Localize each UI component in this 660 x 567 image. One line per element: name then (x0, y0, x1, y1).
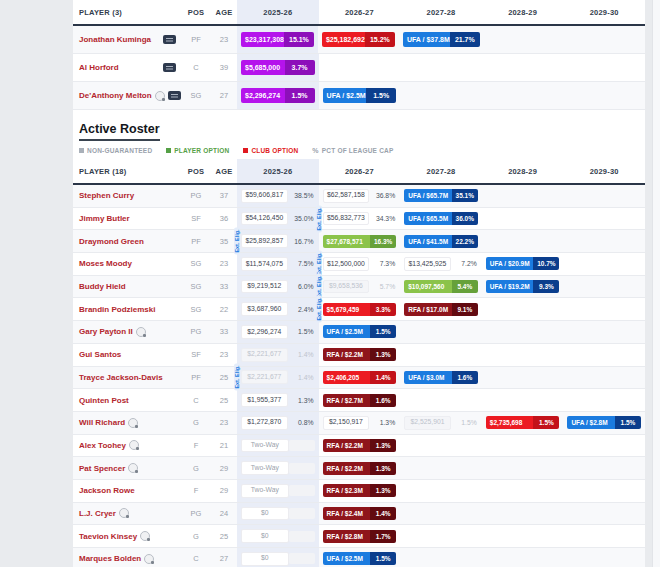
pos-value: PG (181, 509, 211, 518)
salary-cell (563, 185, 645, 207)
salary-cell (400, 82, 482, 109)
pos-value: SF (181, 350, 211, 359)
salary-cell (563, 54, 645, 81)
salary-value: $54,126,450 (241, 212, 288, 226)
player-link[interactable]: Jackson Rowe (79, 486, 135, 495)
table-row: Marques BoldenC27$0UFA / $2.5M1.5% (73, 548, 645, 567)
player-link[interactable]: Jonathan Kuminga (79, 35, 151, 44)
player-link[interactable]: Alex Toohey (79, 441, 126, 450)
player-link[interactable]: Moses Moody (79, 259, 132, 268)
pct-of-cap: 1.5% (288, 328, 315, 335)
player-link[interactable]: Al Horford (79, 63, 119, 72)
chip-pct: 3.3% (370, 303, 396, 316)
salary-cell: UFA / $2.5M1.5% (319, 82, 401, 109)
salary-cell: RFA / $2.3M1.3% (319, 480, 401, 502)
salary-value: $25,892,857 (241, 234, 288, 248)
salary-cell (400, 344, 482, 366)
page: PLAYER (3)POSAGE2025-262026-272027-28202… (0, 0, 660, 567)
salary-cell (484, 26, 565, 53)
pos-value: SG (181, 259, 211, 268)
chip-pct: 22.2% (452, 235, 478, 248)
age-value: 37 (211, 191, 237, 200)
player-link[interactable]: Brandin Podziemski (79, 305, 155, 314)
salary-cell: Ext. Elig.$9,658,5365.7% (319, 276, 401, 298)
chip-pct: 1.3% (370, 462, 396, 475)
ext-elig-tag: Ext. Elig. (316, 205, 322, 232)
rfa-chip: RFA / $17.0M9.1% (404, 303, 478, 316)
player-link[interactable]: Quinten Post (79, 396, 129, 405)
rfa-chip: RFA / $2.4M1.4% (323, 507, 397, 520)
salary-cell (563, 230, 645, 252)
chip-value: RFA / $2.4M (323, 507, 371, 520)
player-link[interactable]: De'Anthony Melton (79, 91, 152, 100)
pct-of-cap: 1.3% (369, 419, 396, 426)
chip-value: $27,678,571 (323, 235, 371, 248)
salary-value: $9,658,536 (323, 280, 370, 294)
player-cell: Brandin Podziemski (73, 298, 181, 320)
pct-of-cap: 0.8% (288, 419, 315, 426)
pct-of-cap: 16.7% (288, 238, 315, 245)
player-link[interactable]: Gui Santos (79, 350, 121, 359)
player-cell: L.J. Cryer (73, 503, 181, 525)
player-link[interactable]: Buddy Hield (79, 282, 126, 291)
player-cell: Buddy Hield (73, 276, 181, 298)
pos-value: SG (181, 305, 211, 314)
salary-cell: UFA / $2.5M1.5% (319, 321, 401, 343)
salary-value: $59,606,817 (241, 189, 288, 203)
salary-cell: Ext. Elig.$56,832,77334.3% (319, 208, 401, 230)
chip-value: $5,679,459 (323, 303, 371, 316)
chip-value: RFA / $2.8M (323, 530, 371, 543)
table-row: Buddy HieldSG33$9,219,5126.0%Ext. Elig.$… (73, 276, 645, 299)
table-row: Draymond GreenPF35Ext. Elig.$25,892,8571… (73, 230, 645, 253)
salary-cell: $0 (237, 548, 319, 567)
player-cell: Moses Moody (73, 253, 181, 275)
table-row: Quinten PostC25$1,955,3771.3%RFA / $2.7M… (73, 389, 645, 412)
salary-cell: $54,126,45035.0% (237, 208, 319, 230)
player-link[interactable]: Will Richard (79, 418, 125, 427)
chip-pct: 1.4% (370, 507, 396, 520)
pct-of-cap: 36.8% (369, 192, 396, 199)
player-link[interactable]: Taevion Kinsey (79, 532, 137, 541)
player-link[interactable]: Marques Bolden (79, 554, 141, 563)
age-value: 27 (211, 554, 237, 563)
player-link[interactable]: Pat Spencer (79, 464, 125, 473)
pos-value: G (181, 464, 211, 473)
table-row: Gary Payton IIPG33$2,296,2741.5%UFA / $2… (73, 321, 645, 344)
player-link[interactable]: Draymond Green (79, 237, 144, 246)
player-cell: Jimmy Butler (73, 208, 181, 230)
player-cell: Alex Toohey (73, 435, 181, 457)
ufa-chip: UFA / $37.8M21.7% (403, 32, 480, 47)
salary-cell: $3,687,9602.4% (237, 298, 319, 320)
chip-pct: 1.5% (370, 552, 396, 565)
chip-pct: 1.3% (370, 348, 396, 361)
pct-placeholder (289, 553, 315, 564)
section-title: Active Roster (79, 122, 160, 141)
salary-cell: UFA / $37.8M21.7% (399, 26, 484, 53)
player-link[interactable]: L.J. Cryer (79, 509, 116, 518)
chip-value: RFA / $2.2M (323, 348, 371, 361)
player-link[interactable]: Gary Payton II (79, 327, 133, 336)
salary-cell: $5,685,0003.7% (237, 54, 319, 81)
chip-pct: 1.5% (615, 416, 641, 429)
player-link[interactable]: Trayce Jackson-Davis (79, 373, 163, 382)
salary-cap-panel: PLAYER (3)POSAGE2025-262026-272027-28202… (73, 0, 645, 567)
ufa-chip: UFA / $41.5M22.2% (404, 235, 478, 248)
red-chip: $25,182,69215.2% (322, 32, 395, 47)
salary-value: $9,219,512 (241, 280, 288, 294)
salary-cell (563, 82, 645, 109)
salary-cell: Ext. Elig.$5,679,4593.3% (319, 298, 401, 320)
legend-swatch-icon (79, 148, 84, 153)
player-link[interactable]: Stephen Curry (79, 191, 134, 200)
pos-value: SF (181, 214, 211, 223)
chip-pct: 1.5% (366, 88, 396, 103)
pos-value: G (181, 418, 211, 427)
salary-cell: UFA / $65.5M36.0% (400, 208, 482, 230)
vertical-scrollbar[interactable] (652, 0, 660, 567)
table-row: Stephen CurryPG37$59,606,81738.5%$62,587… (73, 185, 645, 208)
salary-cell (482, 367, 564, 389)
salary-value: $12,500,000 (323, 257, 370, 271)
pos-value: PF (181, 237, 211, 246)
player-link[interactable]: Jimmy Butler (79, 214, 130, 223)
chip-pct: 16.3% (370, 235, 396, 248)
pos-value: C (181, 63, 211, 72)
